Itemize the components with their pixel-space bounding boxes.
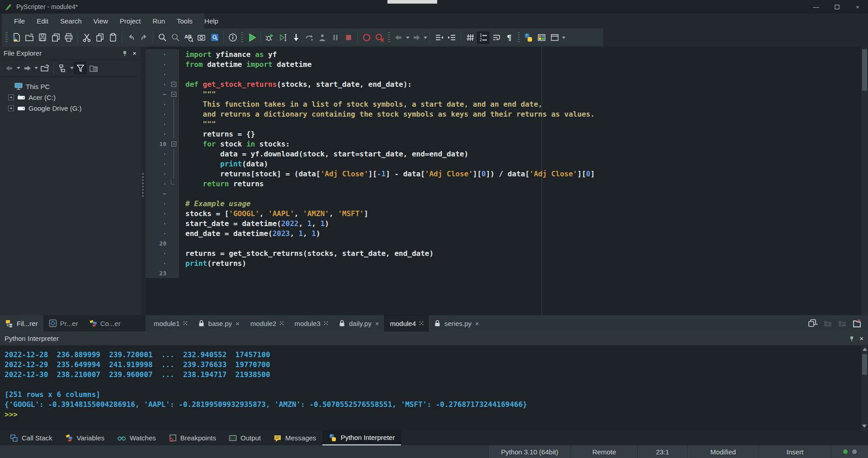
tab-call-stack[interactable]: Call Stack <box>4 430 59 445</box>
gutter-marker[interactable]: · <box>146 198 168 208</box>
code-line[interactable]: ·returns = get_stock_returns(stocks, sta… <box>146 248 861 258</box>
paste-button[interactable] <box>107 32 119 44</box>
close-panel-icon[interactable]: × <box>132 49 137 57</box>
fold-marker[interactable] <box>168 99 179 109</box>
fold-marker[interactable] <box>168 139 179 149</box>
explorer-forward-button[interactable] <box>21 62 33 74</box>
tree-item-google-drive-g[interactable]: + Google Drive (G:) <box>5 103 140 113</box>
fold-marker[interactable] <box>168 69 179 79</box>
code-line[interactable]: · <box>146 69 861 79</box>
print-button[interactable] <box>62 32 75 44</box>
gutter-marker[interactable]: · <box>146 129 168 139</box>
explorer-back-dropdown[interactable] <box>17 67 20 69</box>
code-line[interactable]: ·from datetime import datetime <box>146 59 861 69</box>
fold-marker[interactable] <box>168 218 179 228</box>
editor-tab-base.py[interactable]: base.py× <box>193 315 245 331</box>
editor-tab-module2[interactable]: module2 <box>245 315 289 331</box>
window-layout-button[interactable] <box>548 32 561 44</box>
code-line[interactable]: ·# Example usage <box>146 198 861 208</box>
new-file-button[interactable] <box>10 32 22 44</box>
code-line[interactable]: 10 for stock in stocks: <box>146 139 861 149</box>
tab-watches[interactable]: Watches <box>111 430 162 445</box>
fold-marker[interactable] <box>168 49 179 59</box>
next-file-icon[interactable] <box>837 318 847 328</box>
modified-close-icon[interactable] <box>280 321 283 325</box>
menu-file[interactable]: File <box>8 14 31 28</box>
editor-tab-module4[interactable]: module4 <box>384 315 429 331</box>
search-next-button[interactable] <box>169 32 181 44</box>
menu-search[interactable]: Search <box>54 14 88 28</box>
info-button[interactable] <box>226 32 239 44</box>
code-line[interactable]: · data = yf.download(stock, start=start_… <box>146 149 861 159</box>
gutter-marker[interactable]: 23 <box>146 268 168 278</box>
python-interpreter-console[interactable]: 2022-12-28 236.889999 239.720001 ... 232… <box>0 346 861 430</box>
browser-search-button[interactable] <box>208 32 221 44</box>
fold-marker[interactable] <box>168 198 179 208</box>
gutter-marker[interactable]: 20 <box>146 238 168 248</box>
gutter-marker[interactable]: · <box>146 99 168 109</box>
fold-marker[interactable] <box>168 79 179 89</box>
fold-marker[interactable] <box>168 119 179 129</box>
code-line[interactable]: · returns = {} <box>146 129 861 139</box>
editor-tab-module1[interactable]: module1 <box>148 315 193 331</box>
cut-button[interactable] <box>80 32 93 44</box>
explorer-back-button[interactable] <box>3 62 15 74</box>
code-line[interactable]: · returns[stock] = (data['Adj Close'][-1… <box>146 169 861 179</box>
save-button[interactable] <box>36 32 48 44</box>
fold-marker[interactable] <box>168 208 179 218</box>
python-engine-button[interactable] <box>522 32 534 44</box>
fold-marker[interactable] <box>168 109 179 119</box>
window-layout-dropdown[interactable] <box>562 37 566 39</box>
menu-help[interactable]: Help <box>198 14 224 28</box>
explorer-tree-view-dropdown[interactable] <box>70 67 74 69</box>
gutter-marker[interactable]: · <box>146 208 168 218</box>
save-all-button[interactable] <box>49 32 61 44</box>
explorer-filter-button[interactable] <box>74 62 86 74</box>
gutter-marker[interactable]: · <box>146 218 168 228</box>
explorer-tree-view-button[interactable] <box>57 62 69 74</box>
prev-file-icon[interactable] <box>823 318 833 328</box>
tab-file-explorer[interactable]: Fil...rer <box>0 315 43 331</box>
pin-icon[interactable] <box>849 335 855 342</box>
code-line[interactable]: 23 <box>146 268 861 278</box>
close-tab-icon[interactable]: × <box>475 320 479 327</box>
search-button[interactable] <box>156 32 168 44</box>
console-prompt[interactable]: >>> <box>5 410 861 420</box>
pause-button[interactable] <box>329 32 341 44</box>
tab-python-interpreter[interactable]: Python Interpreter <box>322 430 401 445</box>
gutter-marker[interactable]: · <box>146 59 168 69</box>
explorer-new-folder-button[interactable] <box>87 62 99 74</box>
step-into-button[interactable] <box>290 32 302 44</box>
code-editor[interactable]: ·import yfinance as yf·from datetime imp… <box>146 47 861 315</box>
code-line[interactable]: − """ <box>146 89 861 99</box>
gutter-marker[interactable]: · <box>146 79 168 89</box>
code-line[interactable]: ·start_date = datetime(2022, 1, 1) <box>146 218 861 228</box>
code-line[interactable]: · This function takes in a list of stock… <box>146 99 861 109</box>
replace-button[interactable]: AB <box>182 32 194 44</box>
open-file-button[interactable] <box>23 32 35 44</box>
menu-view[interactable]: View <box>88 14 114 28</box>
line-numbers-button[interactable]: 12 <box>477 32 489 44</box>
stop-button[interactable] <box>342 32 354 44</box>
undo-button[interactable] <box>125 32 137 44</box>
fold-marker[interactable] <box>168 89 179 99</box>
toggle-breakpoint-button[interactable] <box>360 32 373 44</box>
indent-button[interactable] <box>446 32 458 44</box>
nav-forward-dropdown[interactable] <box>424 37 427 39</box>
menu-run[interactable]: Run <box>147 14 171 28</box>
pin-icon[interactable] <box>122 50 128 57</box>
tree-item-acer-c[interactable]: + Acer (C:) <box>5 92 140 103</box>
code-line[interactable]: ·end_date = datetime(2023, 1, 1) <box>146 228 861 238</box>
close-file-icon[interactable] <box>852 318 862 328</box>
editor-tab-daily.py[interactable]: daily.py× <box>333 315 385 331</box>
tree-item-this-pc[interactable]: This PC <box>5 81 140 92</box>
menu-edit[interactable]: Edit <box>31 14 54 28</box>
editor-tab-series.py[interactable]: series.py× <box>429 315 485 331</box>
code-line[interactable]: · and returns a dictionary containing th… <box>146 109 861 119</box>
code-line[interactable]: · return returns <box>146 179 861 189</box>
gutter-marker[interactable]: · <box>146 119 168 129</box>
copy-button[interactable] <box>94 32 106 44</box>
grid-button[interactable] <box>464 32 476 44</box>
tab-project-explorer[interactable]: Pr...er <box>43 315 84 331</box>
word-wrap-button[interactable] <box>490 32 502 44</box>
